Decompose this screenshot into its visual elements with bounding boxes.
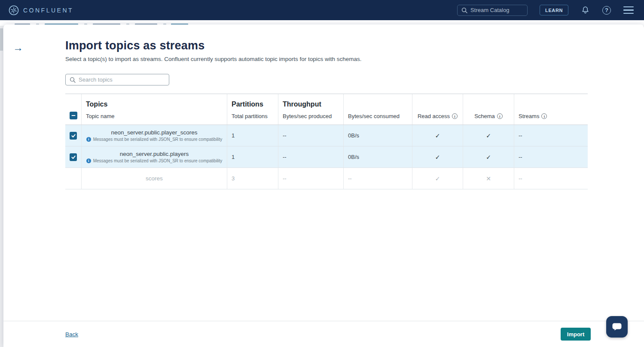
- read-access-check: ✓: [412, 146, 463, 167]
- search-icon: [461, 7, 467, 13]
- confluent-logo-icon: [9, 5, 19, 15]
- menu-icon[interactable]: [623, 6, 634, 14]
- info-icon[interactable]: i: [497, 113, 503, 119]
- streams-value: --: [514, 168, 588, 189]
- table-row[interactable]: neon_server.public.players iMessages mus…: [65, 146, 588, 168]
- bytes-consumed-value: 0B/s: [344, 146, 412, 167]
- read-access-check: ✓: [412, 168, 463, 189]
- row-checkbox-checked[interactable]: [70, 153, 77, 161]
- top-navbar: CONFLUENT LEARN ?: [0, 0, 644, 20]
- info-icon: i: [86, 137, 91, 142]
- schema-check: ✓: [463, 146, 514, 167]
- notifications-bell-icon[interactable]: [580, 6, 590, 15]
- column-header-read-access: Read accessi: [412, 94, 463, 125]
- topic-name: neon_server.public.player_scores: [111, 129, 197, 136]
- column-header-schema: Schemai: [463, 94, 514, 125]
- confluent-brand[interactable]: CONFLUENT: [9, 5, 73, 15]
- help-icon[interactable]: ?: [602, 6, 611, 15]
- collapse-panel-arrow-icon[interactable]: →: [13, 43, 23, 53]
- back-link[interactable]: Back: [65, 331, 78, 338]
- search-icon: [70, 77, 76, 83]
- topics-table: Topics Topic name Partitions Total parti…: [65, 94, 588, 189]
- bytes-produced-value: --: [278, 146, 344, 167]
- modal-footer: Back Import: [3, 321, 644, 347]
- bytes-produced-value: --: [278, 125, 344, 146]
- column-header-bytes-produced: Throughput Bytes/sec produced: [278, 94, 344, 125]
- select-all-cell: [65, 94, 82, 125]
- import-button[interactable]: Import: [561, 328, 591, 341]
- bytes-consumed-value: 0B/s: [344, 125, 412, 146]
- schema-check: ✓: [463, 125, 514, 146]
- topic-note: iMessages must be serialized with JSON_S…: [86, 137, 223, 142]
- page-subtitle: Select a topic(s) to import as streams. …: [65, 56, 588, 62]
- learn-button[interactable]: LEARN: [540, 5, 568, 15]
- info-icon: i: [86, 158, 91, 163]
- topic-search-input[interactable]: [79, 76, 160, 83]
- side-panel-edge: [0, 28, 3, 51]
- topic-name: neon_server.public.players: [120, 151, 189, 157]
- streams-value: --: [514, 146, 588, 167]
- streams-value: --: [514, 125, 588, 146]
- partitions-value: 3: [227, 168, 278, 189]
- info-icon[interactable]: i: [541, 113, 547, 119]
- column-header-streams: Streamsi: [514, 94, 588, 125]
- page-title: Import topics as streams: [65, 39, 588, 52]
- topic-name: scores: [146, 175, 163, 182]
- bytes-produced-value: --: [278, 168, 344, 189]
- brand-name: CONFLUENT: [23, 7, 73, 14]
- topic-note: iMessages must be serialized with JSON_S…: [86, 158, 223, 163]
- bytes-consumed-value: --: [344, 168, 412, 189]
- speech-bubble-icon: [611, 321, 623, 332]
- row-checkbox-checked[interactable]: [70, 132, 77, 140]
- read-access-check: ✓: [412, 125, 463, 146]
- select-all-checkbox[interactable]: [70, 112, 77, 119]
- table-row[interactable]: neon_server.public.player_scores iMessag…: [65, 125, 588, 146]
- import-topics-modal: → Import topics as streams Select a topi…: [3, 24, 644, 347]
- topic-search[interactable]: [65, 74, 169, 85]
- chat-widget-button[interactable]: [606, 316, 628, 338]
- partitions-value: 1: [227, 146, 278, 167]
- stream-catalog-search[interactable]: [457, 5, 528, 16]
- stream-catalog-input[interactable]: [470, 7, 522, 13]
- column-header-bytes-consumed: Bytes/sec consumed: [344, 94, 412, 125]
- info-icon[interactable]: i: [452, 113, 458, 119]
- schema-cross: ✕: [463, 168, 514, 189]
- column-header-partitions: Partitions Total partitions: [227, 94, 278, 125]
- column-header-topics: Topics Topic name: [82, 94, 227, 125]
- table-row: scores 3 -- -- ✓ ✕ --: [65, 168, 588, 189]
- partitions-value: 1: [227, 125, 278, 146]
